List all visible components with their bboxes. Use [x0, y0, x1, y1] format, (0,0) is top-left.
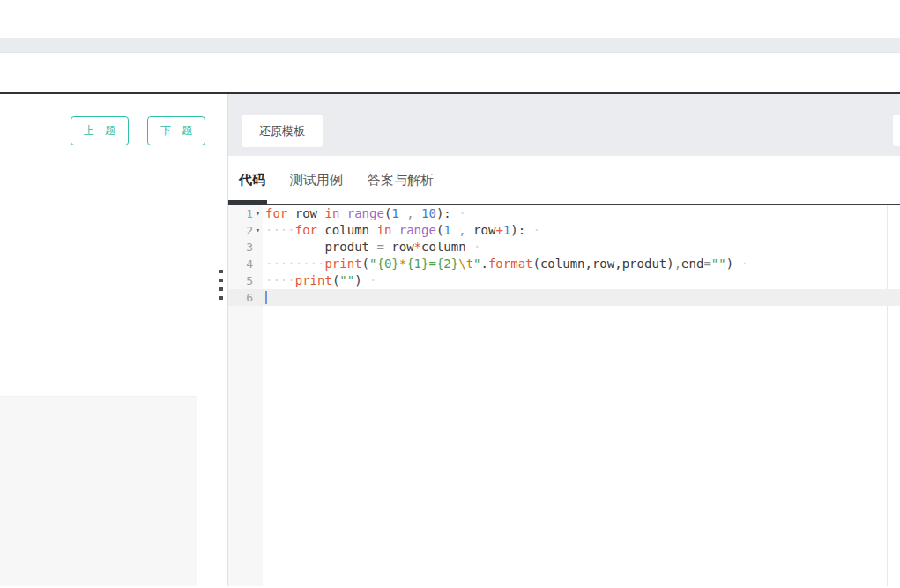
line-number-text: 4 [246, 256, 253, 272]
editor-panel: 还原模板 代码测试用例答案与解析 1▾for row in range(1 , … [227, 94, 900, 586]
tab-answer-analysis[interactable]: 答案与解析 [368, 172, 434, 189]
line-number-text: 6 [246, 289, 253, 306]
panel-splitter-handle[interactable] [217, 270, 226, 310]
restore-template-button[interactable]: 还原模板 [242, 115, 323, 147]
splitter-dot [219, 279, 223, 282]
line-number: 3 [228, 239, 263, 256]
text-cursor [265, 291, 267, 304]
line-number-text: 1 [246, 205, 253, 222]
fold-spacer [253, 272, 263, 289]
code-rows: 1▾for row in range(1 , 10): ·2▾····for c… [228, 205, 900, 306]
splitter-dot [219, 296, 223, 300]
fold-spacer [253, 239, 263, 256]
code-line: 1▾for row in range(1 , 10): · [228, 205, 900, 222]
fold-spacer [253, 256, 263, 272]
code-line: 3 produt = row*column · [228, 239, 900, 256]
code-text: ········print("{0}*{1}={2}\t".format(col… [263, 256, 748, 272]
code-text [263, 289, 267, 306]
fold-caret-icon[interactable]: ▾ [253, 205, 263, 222]
prev-question-button[interactable]: 上一题 [71, 116, 129, 145]
tab-test-cases[interactable]: 测试用例 [290, 172, 343, 189]
splitter-dot [219, 287, 223, 291]
code-line: 5····print("") · [228, 272, 900, 289]
line-number: 2▾ [228, 222, 263, 239]
header-sub-band [0, 39, 900, 53]
top-header-bar [0, 0, 900, 39]
code-line: 2▾····for column in range(1 , row+1): · [228, 222, 900, 239]
fold-caret-icon[interactable]: ▾ [253, 222, 263, 239]
code-text: for row in range(1 , 10): · [263, 205, 466, 222]
line-number: 5 [228, 272, 263, 289]
tab-code[interactable]: 代码 [239, 172, 265, 189]
code-text: ····for column in range(1 , row+1): · [263, 222, 540, 239]
question-panel: 上一题 下一题 [0, 94, 227, 586]
code-line: 4········print("{0}*{1}={2}\t".format(co… [228, 256, 900, 272]
editor-toolbar: 还原模板 [228, 94, 900, 156]
line-number-text: 5 [246, 272, 253, 289]
line-number: 6 [228, 289, 263, 306]
submit-button-cutoff[interactable] [893, 115, 900, 146]
header-white-bar [0, 53, 900, 92]
line-number-text: 2 [246, 222, 253, 239]
code-editor[interactable]: 1▾for row in range(1 , 10): ·2▾····for c… [228, 205, 900, 586]
main-area: 上一题 下一题 还原模板 代码测试用例答案与解析 1▾f [0, 94, 900, 586]
splitter-dot [219, 270, 223, 273]
line-number-text: 3 [246, 239, 253, 256]
code-line: 6 [228, 289, 900, 306]
app-window: 上一题 下一题 还原模板 代码测试用例答案与解析 1▾f [0, 0, 900, 588]
line-number: 1▾ [228, 205, 263, 222]
next-question-button[interactable]: 下一题 [147, 116, 205, 145]
line-number: 4 [228, 256, 263, 272]
fold-spacer [253, 289, 263, 306]
tab-bar: 代码测试用例答案与解析 [228, 156, 900, 205]
code-text: ····print("") · [263, 272, 376, 289]
code-text: produt = row*column · [263, 239, 480, 256]
question-panel-placeholder [0, 396, 197, 586]
question-nav: 上一题 下一题 [0, 94, 227, 145]
